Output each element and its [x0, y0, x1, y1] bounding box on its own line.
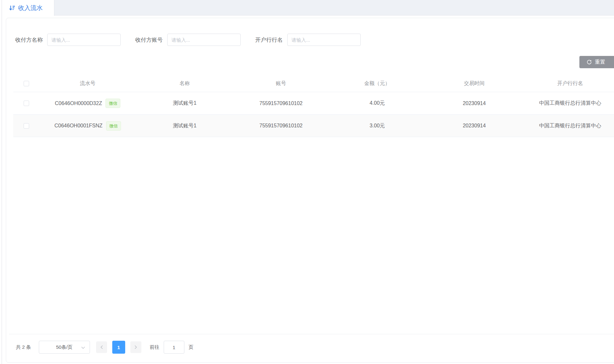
- filter-bar: 收付方名称 收付方账号 开户行行名: [15, 34, 375, 46]
- table-row: C0646OH0000D32Z 微信 测试账号1 755915709610102…: [13, 92, 614, 114]
- chevron-down-icon: [81, 347, 85, 349]
- page-size-select[interactable]: 50条/页: [39, 341, 90, 354]
- tab-label: 收入流水: [18, 4, 43, 12]
- sidebar-edge-line: [2, 0, 2, 364]
- goto-page-input[interactable]: [164, 341, 184, 354]
- row-checkbox[interactable]: [24, 101, 29, 106]
- trade-time-value: 20230914: [426, 92, 523, 114]
- chevron-right-icon: [135, 345, 137, 349]
- goto-label: 前往: [150, 344, 159, 350]
- transactions-table: 流水号 名称 账号 金额（元） 交易时间 开户行行名 C0646OH0000D3…: [13, 75, 614, 137]
- column-header-trade-time: 交易时间: [426, 75, 523, 92]
- prev-page-button[interactable]: [96, 341, 107, 353]
- reset-button-label: 重置: [595, 59, 605, 66]
- column-header-account: 账号: [233, 75, 329, 92]
- filter-group-payer-account: 收付方账号: [135, 34, 241, 46]
- table-row: C0646OH0001FSNZ 微信 测试账号1 755915709610102…: [13, 114, 614, 137]
- flow-no-value: C0646OH0000D32Z: [55, 101, 102, 106]
- column-header-bank: 开户行行名: [523, 75, 614, 92]
- sort-descending-icon: [9, 5, 15, 11]
- filter-group-payer-name: 收付方名称: [15, 34, 121, 46]
- content-card: 收付方名称 收付方账号 开户行行名 重置 流水号 名称 账号 金额（元） 交易时…: [6, 18, 614, 363]
- pagination-divider: [9, 334, 614, 334]
- page-unit-label: 页: [189, 344, 193, 350]
- page-button-1[interactable]: 1: [112, 341, 125, 354]
- channel-tag-wechat: 微信: [105, 99, 120, 108]
- chevron-left-icon: [100, 345, 103, 349]
- channel-tag-wechat: 微信: [106, 121, 121, 131]
- account-value: 755915709610102: [233, 115, 329, 137]
- amount-value: 4.00元: [329, 92, 426, 114]
- bank-value: 中国工商银行总行清算中心: [523, 115, 614, 137]
- table-header-row: 流水号 名称 账号 金额（元） 交易时间 开户行行名: [13, 75, 614, 92]
- flow-no-value: C0646OH0001FSNZ: [54, 123, 103, 129]
- pagination-total: 共 2 条: [16, 344, 31, 350]
- column-header-amount: 金额（元）: [329, 75, 426, 92]
- payer-account-label: 收付方账号: [135, 36, 163, 44]
- tab-income-flow[interactable]: 收入流水: [2, 0, 54, 16]
- select-all-checkbox[interactable]: [24, 81, 29, 86]
- bank-name-input[interactable]: [287, 34, 361, 46]
- tab-bar: 收入流水: [2, 0, 614, 16]
- name-value: 测试账号1: [136, 115, 233, 137]
- name-value: 测试账号1: [136, 92, 233, 114]
- row-checkbox[interactable]: [24, 123, 29, 129]
- payer-name-input[interactable]: [47, 34, 121, 46]
- refresh-icon: [587, 59, 592, 65]
- filter-group-bank-name: 开户行行名: [255, 34, 361, 46]
- page-size-value: 50条/页: [56, 344, 72, 350]
- trade-time-value: 20230914: [426, 115, 523, 137]
- payer-name-label: 收付方名称: [15, 36, 43, 44]
- amount-value: 3.00元: [329, 115, 426, 137]
- column-header-name: 名称: [136, 75, 233, 92]
- reset-button[interactable]: 重置: [579, 56, 614, 68]
- bank-value: 中国工商银行总行清算中心: [523, 92, 614, 114]
- column-header-flow-no: 流水号: [39, 75, 136, 92]
- pagination-bar: 共 2 条 50条/页 1 前往 页: [16, 341, 193, 354]
- next-page-button[interactable]: [130, 341, 141, 353]
- payer-account-input[interactable]: [167, 34, 241, 46]
- bank-name-label: 开户行行名: [255, 36, 283, 44]
- account-value: 755915709610102: [233, 92, 329, 114]
